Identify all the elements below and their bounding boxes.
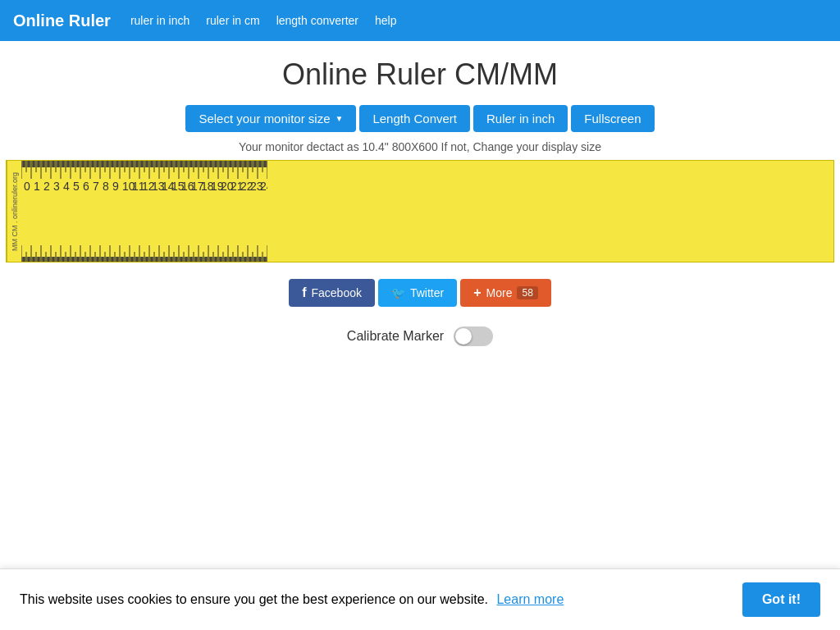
toggle-track: [454, 326, 493, 346]
more-label: More: [486, 286, 513, 299]
page-title: Online Ruler CM/MM: [282, 57, 558, 92]
nav-length-converter[interactable]: length converter: [276, 14, 358, 27]
more-count: 58: [517, 286, 537, 299]
calibrate-toggle[interactable]: [454, 326, 493, 346]
toggle-thumb: [455, 328, 472, 345]
nav-help[interactable]: help: [375, 14, 396, 27]
twitter-icon: 🐦: [391, 286, 405, 299]
navbar-links: ruler in inch ruler in cm length convert…: [130, 14, 397, 27]
toolbar: Select your monitor size Length Convert …: [185, 105, 654, 132]
svg-text:5: 5: [73, 180, 80, 193]
social-buttons: f Facebook 🐦 Twitter + More 58: [289, 279, 551, 307]
svg-text:2: 2: [43, 180, 50, 193]
svg-text:9: 9: [112, 180, 119, 193]
navbar-brand[interactable]: Online Ruler: [13, 11, 111, 30]
svg-text:3: 3: [53, 180, 60, 193]
calibrate-section: Calibrate Marker: [347, 326, 493, 346]
ruler-side-label: MM CM . onlineruler.org: [7, 161, 21, 262]
length-convert-button[interactable]: Length Convert: [359, 105, 470, 132]
navbar: Online Ruler ruler in inch ruler in cm l…: [0, 0, 840, 41]
twitter-label: Twitter: [410, 286, 444, 299]
svg-text:0: 0: [24, 180, 30, 193]
monitor-size-button[interactable]: Select your monitor size: [185, 105, 356, 132]
nav-ruler-cm[interactable]: ruler in cm: [206, 14, 259, 27]
nav-ruler-inch[interactable]: ruler in inch: [130, 14, 189, 27]
more-button[interactable]: + More 58: [460, 279, 551, 307]
svg-text:7: 7: [93, 180, 99, 193]
svg-text:1: 1: [34, 180, 40, 193]
fullscreen-button[interactable]: Fullscreen: [571, 105, 654, 132]
plus-icon: +: [473, 285, 481, 300]
monitor-info-text: Your monitor dectact as 10.4" 800X600 If…: [239, 140, 601, 153]
ruler-in-inch-button[interactable]: Ruler in inch: [473, 105, 568, 132]
svg-text:4: 4: [63, 180, 70, 193]
facebook-icon: f: [302, 285, 306, 300]
main-content: Online Ruler CM/MM Select your monitor s…: [0, 41, 840, 346]
svg-text:6: 6: [83, 180, 89, 193]
calibrate-label: Calibrate Marker: [347, 329, 444, 344]
facebook-button[interactable]: f Facebook: [289, 279, 375, 307]
twitter-button[interactable]: 🐦 Twitter: [378, 279, 457, 307]
ruler-container: MM CM . onlineruler.org 0123456789101112…: [6, 160, 834, 262]
facebook-label: Facebook: [312, 286, 362, 299]
ruler-svg: 0123456789101112131415161718192021222324…: [21, 161, 267, 262]
svg-text:24: 24: [260, 180, 267, 193]
svg-text:8: 8: [103, 180, 109, 193]
ruler-wrapper: MM CM . onlineruler.org 0123456789101112…: [6, 160, 834, 262]
